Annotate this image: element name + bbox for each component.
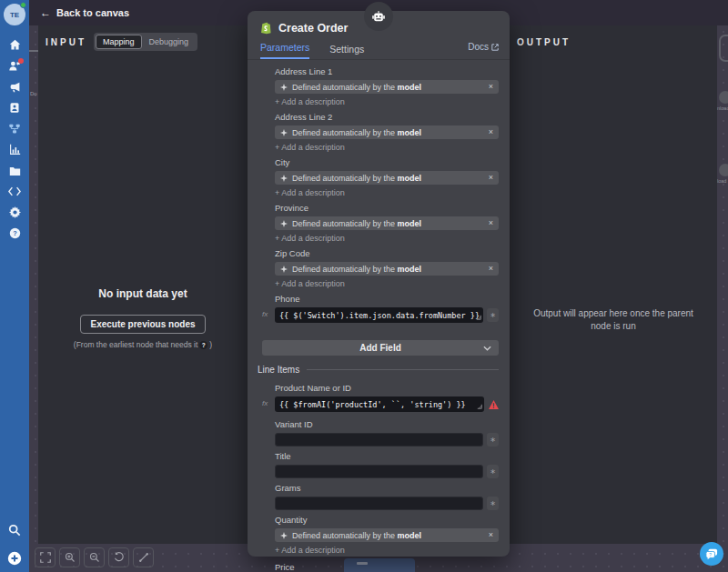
text-input[interactable] xyxy=(275,497,483,510)
megaphone-icon[interactable] xyxy=(0,76,29,97)
tab-mapping[interactable]: Mapping xyxy=(96,35,142,49)
partial-node-label: nload xyxy=(717,105,728,111)
text-input[interactable] xyxy=(275,465,483,478)
auto-value-bold: model xyxy=(398,83,422,92)
empty-field: Title ∗ xyxy=(275,452,499,478)
clear-icon[interactable]: × xyxy=(489,174,493,182)
zoom-out-button[interactable] xyxy=(84,547,105,567)
line-items-section-header: Line Items xyxy=(258,365,499,375)
clear-icon[interactable]: × xyxy=(489,531,493,539)
zoom-in-button[interactable] xyxy=(59,547,80,567)
add-field-button[interactable]: Add Field xyxy=(262,340,499,356)
quantity-auto-input[interactable]: Defined automatically by the model × xyxy=(275,528,499,542)
contacts-icon[interactable] xyxy=(0,97,29,118)
partial-node-circle[interactable] xyxy=(719,91,728,104)
fx-icon: fx xyxy=(262,310,268,318)
partial-node-circle[interactable] xyxy=(719,164,728,176)
add-description-link[interactable]: + Add a description xyxy=(275,97,499,106)
field-label: Title xyxy=(275,452,499,461)
clear-icon[interactable]: × xyxy=(489,128,493,136)
add-description-link[interactable]: + Add a description xyxy=(275,188,499,197)
field-options-button[interactable]: ∗ xyxy=(487,465,499,478)
home-icon[interactable] xyxy=(0,35,29,55)
clear-icon[interactable]: × xyxy=(489,83,493,91)
add-description-link[interactable]: + Add a description xyxy=(275,143,499,152)
field-options-button[interactable]: ∗ xyxy=(487,308,499,322)
auto-field: City Defined automatically by the model … xyxy=(275,158,499,197)
tab-settings[interactable]: Settings xyxy=(329,44,364,59)
modal-tabs: Parameters Settings Docs xyxy=(248,42,510,60)
auto-value-bold: model xyxy=(398,531,422,540)
add-description-link[interactable]: + Add a description xyxy=(275,234,499,243)
chart-icon[interactable] xyxy=(0,139,29,160)
auto-field: Province Defined automatically by the mo… xyxy=(275,204,499,243)
expression-text: {{ $('Switch').item.json.data.fromNumber… xyxy=(279,311,480,320)
chevron-down-icon xyxy=(483,346,491,351)
sparkle-icon xyxy=(280,266,288,273)
tab-parameters[interactable]: Parameters xyxy=(260,42,309,59)
sparkle-icon xyxy=(280,220,288,227)
add-description-link[interactable]: + Add a description xyxy=(275,279,499,288)
input-tabs: Mapping Debugging xyxy=(94,33,197,51)
code-icon[interactable] xyxy=(0,181,29,202)
warning-icon[interactable] xyxy=(489,400,499,409)
workflow-icon[interactable] xyxy=(0,118,29,139)
auto-filled-input[interactable]: Defined automatically by the model × xyxy=(275,171,499,185)
auto-filled-input[interactable]: Defined automatically by the model × xyxy=(275,262,499,276)
input-panel: INPUT Mapping Debugging No input data ye… xyxy=(38,25,248,544)
auto-value-bold: model xyxy=(398,128,422,137)
input-panel-title: INPUT xyxy=(46,37,86,47)
fit-view-button[interactable] xyxy=(35,547,56,567)
tab-debugging[interactable]: Debugging xyxy=(142,35,197,49)
auto-value-text: Defined automatically by the xyxy=(292,128,398,137)
auto-value-bold: model xyxy=(398,174,422,183)
chat-icon[interactable] xyxy=(0,55,29,76)
auto-filled-input[interactable]: Defined automatically by the model × xyxy=(275,216,499,230)
partial-node[interactable] xyxy=(719,35,728,62)
gear-icon[interactable] xyxy=(0,202,29,223)
field-label: Product Name or ID xyxy=(275,384,499,393)
notification-dot xyxy=(18,58,24,64)
hint-suffix: ) xyxy=(209,340,212,349)
auto-filled-input[interactable]: Defined automatically by the model × xyxy=(275,80,499,94)
clear-icon[interactable]: × xyxy=(489,219,493,227)
expand-expression-icon[interactable] xyxy=(476,313,481,322)
search-icon[interactable] xyxy=(0,519,29,540)
phone-expression-input[interactable]: {{ $('Switch').item.json.data.fromNumber… xyxy=(275,307,483,323)
back-label: Back to canvas xyxy=(56,7,129,18)
folder-icon[interactable] xyxy=(0,160,29,181)
expand-expression-icon[interactable] xyxy=(477,402,482,411)
back-to-canvas-link[interactable]: ←Back to canvas xyxy=(40,6,129,19)
add-field-label: Add Field xyxy=(359,343,401,353)
question-mark-icon[interactable]: ? xyxy=(199,341,207,349)
field-options-button[interactable]: ∗ xyxy=(487,497,499,510)
field-quantity: Quantity Defined automatically by the mo… xyxy=(275,516,499,555)
node-connector-stub xyxy=(29,50,38,52)
text-input[interactable] xyxy=(275,433,483,447)
clear-icon[interactable]: × xyxy=(489,265,493,273)
auto-field: Address Line 2 Defined automatically by … xyxy=(275,113,499,152)
empty-field: Variant ID ∗ xyxy=(275,420,499,447)
auto-value-bold: model xyxy=(398,265,422,274)
field-options-button[interactable]: ∗ xyxy=(487,433,499,447)
help-icon[interactable]: ? xyxy=(0,223,29,244)
execute-previous-nodes-button[interactable]: Execute previous nodes xyxy=(80,315,205,334)
add-description-link[interactable]: + Add a description xyxy=(275,546,499,555)
product-expression-input[interactable]: {{ $fromAI('productId', ``, 'string') }} xyxy=(275,396,484,412)
field-product: Product Name or ID fx {{ $fromAI('produc… xyxy=(275,384,499,412)
docs-link[interactable]: Docs xyxy=(468,42,499,52)
ai-assistant-robot-icon[interactable] xyxy=(364,2,393,31)
reset-zoom-button[interactable] xyxy=(108,547,129,567)
external-link-icon xyxy=(491,44,499,51)
node-detail-modal: Create Order Parameters Settings Docs Ad… xyxy=(248,11,510,557)
field-label: Quantity xyxy=(275,516,499,525)
auto-filled-input[interactable]: Defined automatically by the model × xyxy=(275,125,499,139)
field-label: Address Line 2 xyxy=(275,113,499,122)
hidden-node-label: Do xyxy=(30,91,37,96)
chat-support-widget[interactable]: ? xyxy=(700,542,723,566)
add-icon[interactable] xyxy=(0,547,29,568)
tidy-up-button[interactable] xyxy=(133,547,154,567)
svg-text:?: ? xyxy=(13,229,17,237)
field-label: City xyxy=(275,158,499,167)
field-label: Address Line 1 xyxy=(275,67,499,76)
